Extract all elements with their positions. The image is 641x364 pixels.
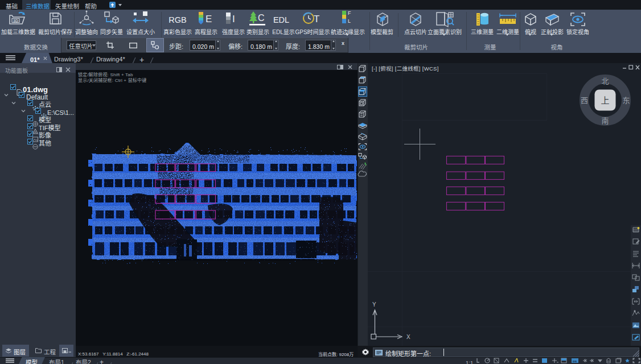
svg-text:F: F [348, 10, 351, 16]
svg-text:3D: 3D [13, 18, 18, 23]
svg-text:E: E [206, 11, 212, 25]
svg-text:北: 北 [601, 75, 609, 86]
svg-text:上: 上 [601, 94, 609, 106]
svg-text:C: C [258, 10, 265, 24]
svg-text:南: 南 [601, 115, 609, 126]
svg-text:X: X [406, 334, 410, 340]
svg-text:T: T [314, 11, 319, 25]
svg-text:东: 东 [622, 94, 630, 105]
svg-text:L: L [348, 17, 351, 24]
svg-text:Y: Y [372, 301, 376, 308]
svg-text:os: os [573, 358, 577, 363]
svg-text:I: I [232, 11, 235, 25]
svg-text:西: 西 [581, 94, 588, 105]
